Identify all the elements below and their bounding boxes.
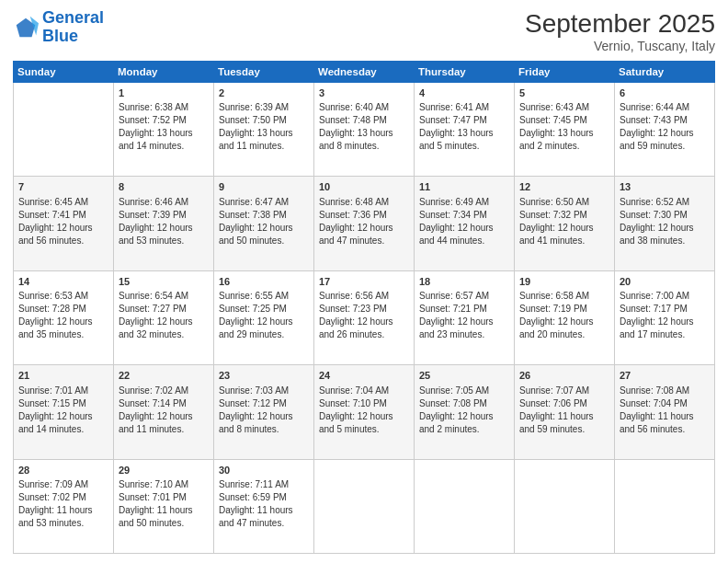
col-thursday: Thursday: [415, 62, 515, 83]
table-row: 28Sunrise: 7:09 AMSunset: 7:02 PMDayligh…: [14, 459, 114, 553]
table-row: 24Sunrise: 7:04 AMSunset: 7:10 PMDayligh…: [314, 365, 415, 459]
day-number: 23: [219, 369, 309, 383]
table-row: 4Sunrise: 6:41 AMSunset: 7:47 PMDaylight…: [415, 83, 515, 177]
month-title: September 2025: [525, 9, 715, 39]
sunrise-text: Sunrise: 6:58 AM: [519, 290, 609, 303]
day-number: 4: [419, 86, 509, 100]
sunrise-text: Sunrise: 6:57 AM: [419, 290, 509, 303]
sunrise-text: Sunrise: 6:39 AM: [219, 101, 309, 114]
table-row: 18Sunrise: 6:57 AMSunset: 7:21 PMDayligh…: [415, 270, 515, 364]
day-number: 1: [119, 86, 209, 100]
sunrise-text: Sunrise: 6:53 AM: [18, 290, 108, 303]
daylight-text: Daylight: 12 hours and 35 minutes.: [18, 316, 108, 341]
calendar-week-row: 1Sunrise: 6:38 AMSunset: 7:52 PMDaylight…: [14, 83, 715, 177]
daylight-text: Daylight: 12 hours and 14 minutes.: [18, 410, 108, 436]
table-row: 30Sunrise: 7:11 AMSunset: 6:59 PMDayligh…: [214, 459, 314, 553]
daylight-text: Daylight: 12 hours and 53 minutes.: [119, 222, 209, 247]
day-number: 29: [119, 464, 209, 477]
sunset-text: Sunset: 7:04 PM: [620, 397, 710, 410]
sunrise-text: Sunrise: 7:07 AM: [519, 385, 609, 397]
sunset-text: Sunset: 7:47 PM: [419, 114, 509, 127]
calendar-table: Sunday Monday Tuesday Wednesday Thursday…: [13, 61, 715, 554]
daylight-text: Daylight: 12 hours and 32 minutes.: [119, 316, 209, 341]
table-row: [515, 459, 615, 553]
logo-blue: Blue: [42, 27, 78, 45]
day-number: 14: [18, 275, 108, 289]
sunset-text: Sunset: 7:19 PM: [519, 303, 609, 316]
sunset-text: Sunset: 7:32 PM: [519, 209, 609, 222]
daylight-text: Daylight: 11 hours and 56 minutes.: [620, 410, 710, 436]
daylight-text: Daylight: 12 hours and 8 minutes.: [219, 410, 309, 436]
sunrise-text: Sunrise: 6:54 AM: [119, 290, 209, 303]
logo-general: General: [42, 8, 104, 27]
day-number: 18: [419, 275, 509, 289]
table-row: 22Sunrise: 7:02 AMSunset: 7:14 PMDayligh…: [114, 365, 214, 459]
sunrise-text: Sunrise: 7:05 AM: [419, 385, 509, 397]
table-row: 11Sunrise: 6:49 AMSunset: 7:34 PMDayligh…: [415, 177, 515, 270]
sunset-text: Sunset: 7:17 PM: [620, 303, 710, 316]
sunset-text: Sunset: 7:21 PM: [419, 303, 509, 316]
sunrise-text: Sunrise: 7:04 AM: [319, 385, 409, 397]
table-row: 6Sunrise: 6:44 AMSunset: 7:43 PMDaylight…: [615, 83, 715, 177]
day-number: 22: [119, 369, 209, 383]
table-row: 3Sunrise: 6:40 AMSunset: 7:48 PMDaylight…: [314, 83, 415, 177]
logo: General Blue: [13, 9, 104, 46]
sunset-text: Sunset: 7:08 PM: [419, 397, 509, 410]
table-row: 10Sunrise: 6:48 AMSunset: 7:36 PMDayligh…: [314, 177, 415, 270]
logo-icon: [13, 15, 39, 40]
sunrise-text: Sunrise: 6:43 AM: [519, 101, 609, 114]
daylight-text: Daylight: 12 hours and 2 minutes.: [419, 410, 509, 436]
daylight-text: Daylight: 12 hours and 20 minutes.: [519, 316, 609, 341]
table-row: [415, 459, 515, 553]
sunrise-text: Sunrise: 7:03 AM: [219, 385, 309, 397]
location-subtitle: Vernio, Tuscany, Italy: [525, 39, 715, 53]
sunset-text: Sunset: 7:38 PM: [219, 209, 309, 222]
day-number: 28: [18, 464, 108, 477]
daylight-text: Daylight: 12 hours and 59 minutes.: [620, 127, 710, 153]
table-row: 5Sunrise: 6:43 AMSunset: 7:45 PMDaylight…: [515, 83, 615, 177]
col-wednesday: Wednesday: [314, 62, 415, 83]
daylight-text: Daylight: 12 hours and 50 minutes.: [219, 222, 309, 247]
sunset-text: Sunset: 7:41 PM: [18, 209, 108, 222]
day-number: 26: [519, 369, 609, 383]
sunset-text: Sunset: 7:10 PM: [319, 397, 409, 410]
logo-text: General Blue: [42, 9, 104, 46]
table-row: 2Sunrise: 6:39 AMSunset: 7:50 PMDaylight…: [214, 83, 314, 177]
sunset-text: Sunset: 7:15 PM: [18, 397, 108, 410]
header: General Blue September 2025 Vernio, Tusc…: [13, 9, 715, 53]
sunrise-text: Sunrise: 7:02 AM: [119, 385, 209, 397]
sunset-text: Sunset: 7:23 PM: [319, 303, 409, 316]
calendar-header-row: Sunday Monday Tuesday Wednesday Thursday…: [14, 62, 715, 83]
day-number: 3: [319, 86, 409, 100]
table-row: 23Sunrise: 7:03 AMSunset: 7:12 PMDayligh…: [214, 365, 314, 459]
day-number: 12: [519, 180, 609, 194]
sunset-text: Sunset: 7:50 PM: [219, 114, 309, 127]
sunrise-text: Sunrise: 6:41 AM: [419, 101, 509, 114]
table-row: 13Sunrise: 6:52 AMSunset: 7:30 PMDayligh…: [615, 177, 715, 270]
table-row: [14, 83, 114, 177]
table-row: 7Sunrise: 6:45 AMSunset: 7:41 PMDaylight…: [14, 177, 114, 270]
sunset-text: Sunset: 7:01 PM: [119, 491, 209, 504]
daylight-text: Daylight: 12 hours and 11 minutes.: [119, 410, 209, 436]
sunrise-text: Sunrise: 6:45 AM: [18, 196, 108, 209]
title-block: September 2025 Vernio, Tuscany, Italy: [525, 9, 715, 53]
col-saturday: Saturday: [615, 62, 715, 83]
calendar-page: General Blue September 2025 Vernio, Tusc…: [0, 0, 728, 563]
table-row: 19Sunrise: 6:58 AMSunset: 7:19 PMDayligh…: [515, 270, 615, 364]
calendar-week-row: 21Sunrise: 7:01 AMSunset: 7:15 PMDayligh…: [14, 365, 715, 459]
daylight-text: Daylight: 12 hours and 41 minutes.: [519, 222, 609, 247]
daylight-text: Daylight: 13 hours and 14 minutes.: [119, 127, 209, 153]
sunrise-text: Sunrise: 6:50 AM: [519, 196, 609, 209]
col-sunday: Sunday: [14, 62, 114, 83]
daylight-text: Daylight: 11 hours and 50 minutes.: [119, 504, 209, 530]
sunrise-text: Sunrise: 6:48 AM: [319, 196, 409, 209]
calendar-week-row: 28Sunrise: 7:09 AMSunset: 7:02 PMDayligh…: [14, 459, 715, 553]
sunset-text: Sunset: 7:25 PM: [219, 303, 309, 316]
day-number: 6: [620, 86, 710, 100]
daylight-text: Daylight: 12 hours and 23 minutes.: [419, 316, 509, 341]
day-number: 19: [519, 275, 609, 289]
sunset-text: Sunset: 7:36 PM: [319, 209, 409, 222]
day-number: 13: [620, 180, 710, 194]
day-number: 5: [519, 86, 609, 100]
sunset-text: Sunset: 7:39 PM: [119, 209, 209, 222]
